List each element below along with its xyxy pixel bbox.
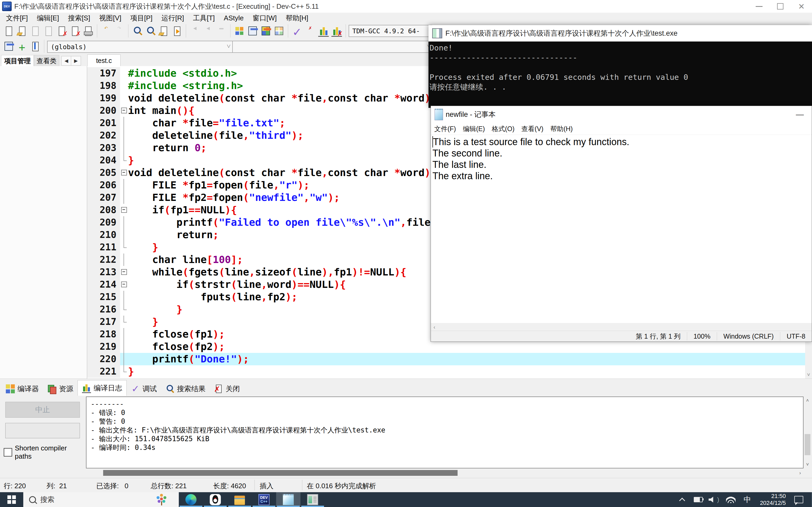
bottom-tab-label: 搜索结果 (177, 384, 205, 394)
scrollbar-down-arrow[interactable]: ˅ (805, 371, 812, 379)
taskbar-app-explorer[interactable] (227, 492, 252, 507)
close-file-button[interactable]: ✗ (55, 24, 68, 38)
taskbar-app-edge[interactable] (179, 492, 203, 507)
fold-marker (120, 67, 128, 79)
profiling-analysis-button[interactable]: ✗ (330, 24, 343, 38)
speaker-icon[interactable] (709, 497, 715, 503)
menu-item-3[interactable]: 视图[V] (95, 13, 126, 23)
menu-item-8[interactable]: 窗口[W] (248, 13, 281, 23)
notepad-menu-item-3[interactable]: 查看(V) (518, 124, 547, 133)
taskbar-search-input[interactable]: 搜索 (23, 492, 179, 507)
menu-item-5[interactable]: 运行[R] (157, 13, 189, 23)
fold-marker[interactable] (120, 104, 128, 117)
sidebar-tab-project[interactable]: 项目管理 (1, 55, 34, 66)
tray-expand-icon[interactable] (679, 498, 685, 504)
compile-and-run-button[interactable] (259, 24, 272, 38)
scope-select[interactable]: (globals) ˅ (47, 41, 234, 53)
fold-marker[interactable] (120, 167, 128, 179)
code-token: file (189, 117, 213, 129)
notepad-menu-item-4[interactable]: 帮助(H) (547, 124, 576, 133)
notepad-menu-item-2[interactable]: 格式(O) (488, 124, 518, 133)
debug-button[interactable]: ✓ (291, 24, 304, 38)
remove-from-project-button[interactable] (29, 40, 42, 53)
scrollbar-down-arrow[interactable]: ˅ (804, 461, 811, 468)
notepad-horizontal-scrollbar[interactable]: ‹ (431, 323, 812, 331)
fold-marker[interactable] (120, 278, 128, 291)
menu-item-4[interactable]: 项目[P] (126, 13, 157, 23)
bottom-tab-copy[interactable]: 资源 (43, 382, 78, 396)
close-button[interactable]: ✕ (791, 0, 812, 13)
undo-button[interactable]: ↶ (99, 24, 113, 38)
profile-button[interactable] (317, 24, 330, 38)
start-button[interactable] (0, 492, 23, 507)
code-token: fopen (213, 192, 243, 203)
checkbox-box[interactable] (4, 448, 12, 456)
restore-button[interactable] (770, 0, 791, 13)
wifi-icon[interactable] (726, 496, 735, 503)
log-horizontal-scrollbar[interactable]: › (87, 469, 804, 476)
ime-indicator[interactable]: 中 (744, 495, 751, 505)
menu-item-6[interactable]: 工具[T] (189, 13, 219, 23)
scrollbar-thumb[interactable] (103, 470, 458, 476)
menu-item-9[interactable]: 帮助[H] (281, 13, 313, 23)
sidebar-tab-scroll-left-button[interactable]: ◀ (61, 56, 71, 66)
find-button[interactable] (131, 24, 144, 38)
battery-icon[interactable] (694, 497, 703, 502)
notepad-titlebar[interactable]: newfile - 记事本 — (431, 106, 812, 123)
console-titlebar[interactable]: F:\作业\高级语言程序设计\高级语言程序设计课程第十次个人作业\test.ex… (428, 25, 812, 42)
compile-button[interactable] (233, 24, 246, 38)
replace-button[interactable] (157, 24, 170, 38)
compiler-select[interactable]: TDM-GCC 4.9.2 64- (349, 25, 432, 37)
code-token: "w" (309, 192, 328, 203)
bottom-tab-check[interactable]: ✓调试 (127, 382, 161, 396)
goto-line-button[interactable] (170, 24, 184, 38)
new-source-button[interactable] (2, 24, 15, 38)
notification-center-icon[interactable] (794, 496, 803, 503)
stop-execution-button[interactable]: ✗ (304, 24, 317, 38)
shorten-paths-checkbox[interactable]: Shorten compiler paths (4, 444, 85, 460)
scrollbar-thumb[interactable] (805, 434, 810, 455)
bottom-tab-grid[interactable]: 编译器 (2, 382, 43, 396)
notepad-menu-item-1[interactable]: 编辑(E) (459, 124, 488, 133)
scrollbar-up-arrow[interactable]: ˄ (804, 397, 811, 404)
taskbar-app-devcpp[interactable]: DEVC++ (252, 492, 276, 507)
member-select[interactable]: ˅ (232, 41, 434, 53)
close-file-badge-icon: ✗ (62, 31, 68, 37)
menu-item-7[interactable]: AStyle (219, 14, 248, 22)
bottom-tab-xpage[interactable]: 关闭 (210, 382, 244, 396)
search-highlights-icon[interactable] (156, 493, 167, 506)
bottom-tab-label: 资源 (59, 384, 73, 394)
print-button[interactable] (82, 24, 95, 38)
project-window-button[interactable] (2, 40, 15, 53)
scrollbar-right-arrow[interactable]: › (797, 469, 804, 476)
bottom-tab-find[interactable]: 搜索结果 (161, 382, 210, 396)
taskbar-clock[interactable]: 21:50 2024/12/5 (760, 493, 786, 506)
minimize-button[interactable] (749, 0, 770, 13)
find-in-files-button[interactable] (144, 24, 157, 38)
new-source-icon (3, 25, 14, 36)
menu-item-0[interactable]: 文件[F] (2, 13, 32, 23)
console-output[interactable]: Done!-------------------------------- Pr… (428, 42, 812, 108)
bottom-tab-chart[interactable]: 编译日志 (78, 380, 127, 396)
notepad-menu-item-0[interactable]: 文件(F) (431, 124, 459, 133)
taskbar-app-notepad[interactable] (276, 492, 300, 507)
log-vertical-scrollbar[interactable]: ˄ ˅ (804, 397, 811, 468)
notepad-line: This is a test source file to check my f… (433, 136, 811, 148)
fold-marker[interactable] (120, 204, 128, 216)
editor-tab-testc[interactable]: test.c (87, 54, 120, 66)
sidebar-tab-scroll-right-button[interactable]: ▶ (71, 56, 81, 66)
add-to-project-button[interactable]: + (15, 40, 29, 53)
sidebar-tab-classes[interactable]: 查看类 (34, 55, 59, 66)
taskbar-app-console[interactable] (300, 492, 325, 507)
rebuild-all-button[interactable] (272, 24, 286, 38)
run-button[interactable] (246, 24, 259, 38)
compile-log[interactable]: --------- 错误: 0- 警告: 0- 输出文件名: F:\作业\高级语… (86, 396, 804, 468)
taskbar-app-qq[interactable] (203, 492, 227, 507)
menu-item-2[interactable]: 搜索[S] (63, 13, 95, 23)
menu-item-1[interactable]: 编辑[E] (32, 13, 63, 23)
fold-marker[interactable] (120, 266, 128, 278)
close-all-button[interactable]: ✗ (68, 24, 82, 38)
open-file-button[interactable] (15, 24, 29, 38)
notepad-text-area[interactable]: This is a test source file to check my f… (431, 135, 812, 323)
notepad-minimize-button[interactable]: — (788, 110, 812, 119)
